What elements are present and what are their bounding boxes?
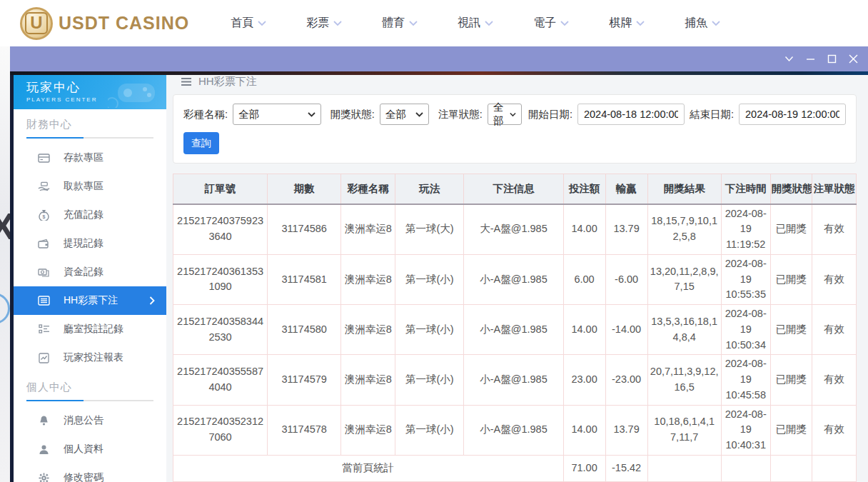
column-header: 注單狀態 xyxy=(812,174,856,204)
summary-empty-cell xyxy=(812,455,856,481)
nav-item-home[interactable]: 首頁 xyxy=(231,16,266,31)
table-cell: 小-A盤@1.985 xyxy=(464,355,563,405)
table-cell: 2024-08-19 10:45:58 xyxy=(721,355,770,405)
section-underline xyxy=(26,137,153,139)
end-date-label: 結束日期: xyxy=(690,108,734,121)
close-icon[interactable] xyxy=(849,54,858,64)
bets-table: 訂單號期數彩種名稱玩法下注信息投注額輸贏開獎結果下注時間開獎狀態注單狀態2152… xyxy=(173,174,857,482)
table-cell: 已開獎 xyxy=(770,254,812,304)
table-cell: 澳洲幸运8 xyxy=(341,204,395,255)
sidebar-item-withdraw[interactable]: 取款專區 xyxy=(14,172,166,201)
table-cell: 13.79 xyxy=(605,204,647,255)
cashout-icon xyxy=(38,239,50,249)
nav-label: 電子 xyxy=(533,16,556,31)
draw-status-select[interactable]: 全部 xyxy=(380,104,429,125)
sidebar-item-label: 提現記錄 xyxy=(64,237,104,250)
summary-empty-cell xyxy=(721,455,770,481)
summary-bet-total: 71.00 xyxy=(563,455,605,481)
draw-status-label: 開獎狀態: xyxy=(330,108,375,121)
chevron-right-icon xyxy=(149,296,155,305)
sidebar-item-label: 修改密碼 xyxy=(64,471,104,482)
chevron-down-icon xyxy=(415,112,423,117)
sidebar-item-change-password[interactable]: 修改密碼 xyxy=(14,463,166,482)
column-header: 訂單號 xyxy=(173,174,268,204)
menu-icon[interactable] xyxy=(181,77,192,86)
nav-item-cards[interactable]: 棋牌 xyxy=(609,16,645,31)
player-center-window: 玩家中心 PLAYERS CENTER 財務中心存款專區取款專區$充值記錄提現記… xyxy=(10,46,868,482)
table-row: 215217240361353109031174581澳洲幸运8第一球(小)小-… xyxy=(173,254,857,304)
table-cell: 14.00 xyxy=(563,405,605,455)
window-body: 玩家中心 PLAYERS CENTER 財務中心存款專區取款專區$充值記錄提現記… xyxy=(10,75,868,482)
chevron-down-icon xyxy=(712,21,720,26)
nav-item-slots[interactable]: 電子 xyxy=(533,16,569,31)
sidebar-item-label: 存款專區 xyxy=(64,151,104,164)
filter-row: 彩種名稱: 全部 開獎狀態: 全部 注單狀態: xyxy=(183,104,846,125)
summary-win-loss: -15.42 xyxy=(605,455,647,481)
nav-item-lottery[interactable]: 彩票 xyxy=(306,16,342,31)
table-cell: 13.79 xyxy=(605,405,647,455)
nav-item-video[interactable]: 視訊 xyxy=(458,16,493,31)
start-date-input[interactable] xyxy=(577,104,685,125)
background-left-edge: X xyxy=(0,46,10,482)
table-cell: 第一球(大) xyxy=(395,204,464,255)
chevron-down-icon xyxy=(510,112,516,117)
chevron-down-icon[interactable] xyxy=(784,56,794,62)
sidebar-item-funds-records[interactable]: 資金記錄 xyxy=(14,258,166,286)
sidebar-item-recharge-records[interactable]: $充值記錄 xyxy=(14,201,166,229)
table-cell: 第一球(小) xyxy=(395,355,464,405)
sidebar-item-deposit[interactable]: 存款專區 xyxy=(14,144,166,172)
nav-item-sports[interactable]: 體育 xyxy=(382,16,418,31)
minimize-icon[interactable] xyxy=(806,54,815,64)
end-date-input[interactable] xyxy=(739,104,846,125)
sidebar-item-label: 資金記錄 xyxy=(64,266,104,278)
nav-label: 視訊 xyxy=(458,16,480,31)
sidebar-item-hh-lottery-bets[interactable]: HH彩票下注 xyxy=(14,286,166,315)
hall-records-icon xyxy=(38,324,50,334)
summary-empty-cell xyxy=(770,455,812,481)
sidebar-item-hall-bet-records[interactable]: 廳室投註記錄 xyxy=(14,315,166,343)
table-cell: 14.00 xyxy=(563,204,605,255)
maximize-icon[interactable] xyxy=(827,54,837,64)
table-row: 215217240355587404031174579澳洲幸运8第一球(小)小-… xyxy=(173,355,857,405)
table-row: 215217240375923364031174586澳洲幸运8第一球(大)大-… xyxy=(173,204,857,255)
site-header: U USDT CASINO 首頁彩票體育視訊電子棋牌捕魚 xyxy=(0,0,868,46)
table-cell: 大-A盤@1.985 xyxy=(464,204,563,255)
sidebar-section-title: 個人中心 xyxy=(26,381,153,394)
chevron-down-icon xyxy=(258,21,266,26)
table-cell: 2152172403583442530 xyxy=(173,305,268,355)
chevron-down-icon xyxy=(560,21,569,26)
column-header: 彩種名稱 xyxy=(341,174,395,204)
lottery-name-select[interactable]: 全部 xyxy=(233,104,321,125)
sidebar-item-announcements[interactable]: 消息公告 xyxy=(14,406,166,435)
table-cell: 2152172403613531090 xyxy=(173,254,268,304)
sidebar-item-withdrawal-records[interactable]: 提現記錄 xyxy=(14,229,166,258)
order-status-label: 注單狀態: xyxy=(438,108,483,121)
table-cell: 20,7,11,3,9,12,16,5 xyxy=(647,355,721,405)
sidebar-item-label: 廳室投註記錄 xyxy=(64,323,123,336)
summary-row: 當前頁統計71.00-15.42 xyxy=(173,455,857,481)
gamepad-icon xyxy=(108,78,159,109)
table-row: 215217240358344253031174580澳洲幸运8第一球(小)小-… xyxy=(173,305,857,355)
table-cell: 2024-08-19 10:40:31 xyxy=(721,405,770,455)
lottery-name-value: 全部 xyxy=(238,108,259,121)
nav-item-fishing[interactable]: 捕魚 xyxy=(685,16,720,31)
order-status-select[interactable]: 全部 xyxy=(488,104,522,125)
table-cell: 23.00 xyxy=(563,355,605,405)
table-cell: 澳洲幸运8 xyxy=(341,355,395,405)
sidebar-section-title: 財務中心 xyxy=(26,118,153,131)
filter-panel: 彩種名稱: 全部 開獎狀態: 全部 注單狀態: xyxy=(173,94,857,164)
table-cell: 31174579 xyxy=(268,355,341,405)
window-titlebar[interactable] xyxy=(10,46,868,71)
nav-label: 彩票 xyxy=(306,16,329,31)
chevron-down-icon xyxy=(333,21,342,26)
search-button[interactable]: 查詢 xyxy=(183,132,219,154)
column-header: 玩法 xyxy=(395,174,464,204)
profile-icon xyxy=(38,444,50,455)
breadcrumb: HH彩票下注 xyxy=(166,75,868,89)
sidebar-item-profile[interactable]: 個人資料 xyxy=(14,435,166,463)
sidebar-header: 玩家中心 PLAYERS CENTER xyxy=(14,75,166,109)
site-logo[interactable]: U USDT CASINO xyxy=(20,7,189,40)
table-cell: 14.00 xyxy=(563,305,605,355)
table-cell: 2024-08-19 10:55:35 xyxy=(721,254,770,304)
sidebar-item-player-bet-report[interactable]: 玩家投注報表 xyxy=(14,343,166,372)
